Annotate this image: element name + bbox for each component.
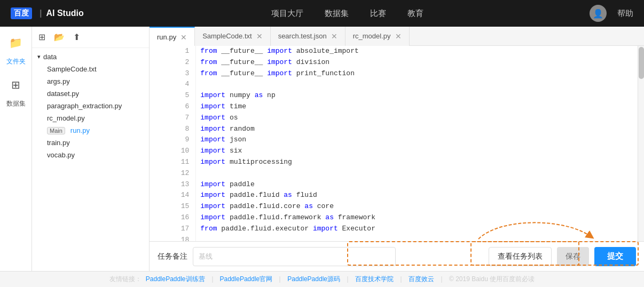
folder-data[interactable]: ▾ data [32, 51, 149, 63]
close-tab-samplecode[interactable]: ✕ [256, 33, 263, 40]
tab-samplecode[interactable]: SampleCode.txt ✕ [195, 27, 271, 46]
grid-icon: ⊞ [5, 74, 27, 95]
table-row: 1from __future__ import absolute_import [150, 46, 638, 57]
sidebar-item-datasets[interactable]: ⊞ 数据集 [5, 74, 27, 108]
main-tag: Main [47, 127, 65, 134]
table-row: 11import multiprocessing [150, 157, 638, 168]
studio-label: AI Studio [46, 9, 83, 18]
table-row: 6import time [150, 101, 638, 113]
table-row: 2from __future__ import division [150, 57, 638, 68]
file-item-runpy[interactable]: Main run.py [32, 124, 149, 137]
file-item-vocab[interactable]: vocab.py [32, 149, 149, 161]
new-folder-button[interactable]: 📂 [53, 31, 66, 43]
footer-link-cloud[interactable]: 百度效云 [409, 275, 434, 284]
task-note-label: 任务备注 [158, 252, 187, 261]
editor-area: run.py ✕ SampleCode.txt ✕ search.test.js… [150, 27, 644, 271]
file-toolbar: ⊞ 📂 ⬆ [32, 27, 149, 48]
footer-link-official[interactable]: PaddlePaddle官网 [220, 275, 273, 284]
nav-link-projects[interactable]: 项目大厅 [271, 9, 303, 19]
avatar[interactable]: 👤 [590, 5, 607, 22]
logo: 百度 | AI Studio [11, 7, 84, 19]
nav-link-datasets[interactable]: 数据集 [325, 9, 349, 19]
file-item-dataset[interactable]: dataset.py [32, 87, 149, 100]
table-row: 12 [150, 168, 638, 179]
code-scroll[interactable]: 1from __future__ import absolute_import … [150, 46, 638, 241]
tab-searchtestjson[interactable]: search.test.json ✕ [271, 27, 345, 46]
top-navigation: 百度 | AI Studio 项目大厅 数据集 比赛 教育 👤 帮助 [0, 0, 644, 27]
table-row: 5import numpy as np [150, 90, 638, 101]
nav-link-education[interactable]: 教育 [407, 9, 423, 19]
footer: 友情链接： PaddlePaddle训练营 ｜ PaddlePaddle官网 ｜… [0, 271, 644, 287]
file-item-samplecode[interactable]: SampleCode.txt [32, 63, 149, 75]
tab-runpy[interactable]: run.py ✕ [150, 27, 195, 46]
file-item-args[interactable]: args.py [32, 75, 149, 87]
sidebar-label-files: 文件夹 [6, 57, 26, 66]
close-tab-searchtest[interactable]: ✕ [331, 33, 337, 40]
nav-right: 👤 帮助 [590, 5, 633, 22]
close-tab-runpy[interactable]: ✕ [180, 34, 187, 41]
help-link[interactable]: 帮助 [617, 9, 633, 19]
file-tree: ▾ data SampleCode.txt args.py dataset.py… [32, 48, 149, 271]
close-tab-rcmodel[interactable]: ✕ [395, 33, 402, 40]
table-row: 13import paddle [150, 179, 638, 190]
folder-name: data [43, 53, 57, 61]
run-py-label: run.py [70, 126, 90, 134]
tab-label-samplecode: SampleCode.txt [202, 32, 252, 40]
folder-icon: 📁 [5, 32, 27, 53]
file-panel: ⊞ 📂 ⬆ ▾ data SampleCode.txt args.py data… [32, 27, 150, 271]
baidu-logo: 百度 [11, 7, 32, 19]
new-file-button[interactable]: ⊞ [37, 31, 46, 43]
view-task-button[interactable]: 查看任务列表 [489, 247, 552, 266]
footer-copyright: © 2019 Baidu 使用百度前必读 [449, 275, 535, 284]
table-row: 17from paddle.fluid.executor import Exec… [150, 224, 638, 235]
sidebar-item-files[interactable]: 📁 文件夹 [5, 32, 27, 66]
vertical-scrollbar[interactable] [638, 46, 644, 241]
table-row: 8import random [150, 124, 638, 135]
bottom-bar: 任务备注 查看任务列表 保存 提交 [150, 241, 644, 271]
footer-link-training[interactable]: PaddlePaddle训练营 [146, 275, 205, 284]
arrow-icon: ▾ [37, 53, 41, 60]
table-row: 18 [150, 235, 638, 241]
table-row: 9import json [150, 134, 638, 146]
save-button[interactable]: 保存 [557, 247, 589, 266]
upload-button[interactable]: ⬆ [72, 31, 81, 43]
nav-link-competition[interactable]: 比赛 [370, 9, 386, 19]
baseline-input[interactable] [193, 247, 396, 266]
table-row: 10import six [150, 146, 638, 157]
tab-label-runpy: run.py [157, 33, 176, 41]
code-table: 1from __future__ import absolute_import … [150, 46, 638, 241]
table-row: 16import paddle.fluid.framework as frame… [150, 212, 638, 224]
footer-link-source[interactable]: PaddlePaddle源码 [287, 275, 340, 284]
code-wrapper: 1from __future__ import absolute_import … [150, 46, 644, 241]
footer-link-academy[interactable]: 百度技术学院 [355, 275, 394, 284]
sidebar: 📁 文件夹 ⊞ 数据集 [0, 27, 32, 271]
footer-prefix: 友情链接： [109, 275, 142, 284]
tab-label-rcmodel: rc_model.py [353, 32, 391, 40]
tab-bar: run.py ✕ SampleCode.txt ✕ search.test.js… [150, 27, 644, 46]
file-item-rcmodel[interactable]: rc_model.py [32, 112, 149, 124]
tab-rcmodel[interactable]: rc_model.py ✕ [345, 27, 410, 46]
table-row: 14import paddle.fluid as fluid [150, 190, 638, 201]
tab-label-searchtest: search.test.json [278, 32, 327, 40]
sidebar-label-datasets: 数据集 [6, 99, 26, 108]
table-row: 7import os [150, 113, 638, 124]
file-item-paragraph[interactable]: paragraph_extraction.py [32, 100, 149, 112]
table-row: 15import paddle.fluid.core as core [150, 201, 638, 212]
file-item-train[interactable]: train.py [32, 137, 149, 149]
table-row: 3from __future__ import print_function [150, 68, 638, 79]
table-row: 4 [150, 79, 638, 90]
submit-button[interactable]: 提交 [594, 247, 636, 266]
nav-links: 项目大厅 数据集 比赛 教育 [105, 9, 590, 19]
main-area: 📁 文件夹 ⊞ 数据集 ⊞ 📂 ⬆ ▾ data SampleCode.txt … [0, 27, 644, 271]
scrollbar-thumb[interactable] [639, 47, 644, 79]
